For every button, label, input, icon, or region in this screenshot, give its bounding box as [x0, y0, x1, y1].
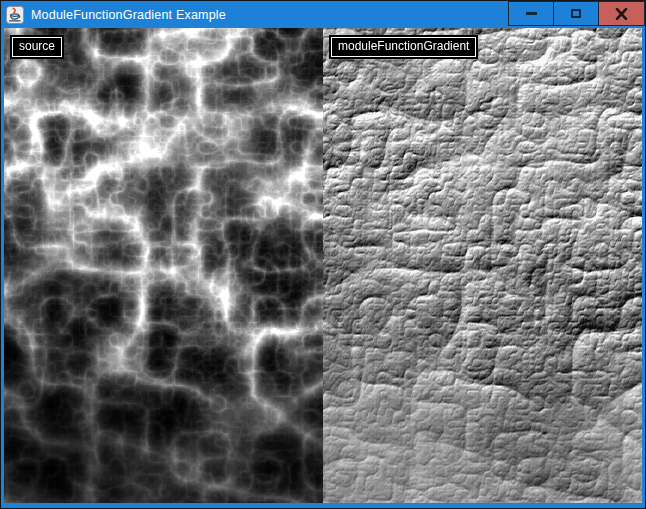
app-window: ModuleFunctionGradient Example source mo…	[0, 0, 646, 509]
window-title: ModuleFunctionGradient Example	[31, 8, 226, 22]
close-icon	[615, 8, 628, 20]
maximize-button[interactable]	[553, 1, 599, 26]
panel-source: source	[4, 28, 323, 503]
minimize-button[interactable]	[508, 1, 554, 26]
source-noise-image	[4, 28, 323, 503]
minimize-icon	[526, 12, 537, 15]
window-titlebar[interactable]: ModuleFunctionGradient Example	[1, 1, 645, 28]
java-coffee-cup-icon	[6, 6, 24, 24]
content-area: source moduleFunctionGradient	[4, 28, 642, 503]
window-controls	[509, 1, 645, 26]
panel-label-source: source	[12, 37, 62, 57]
maximize-icon	[571, 9, 581, 18]
close-button[interactable]	[598, 1, 645, 26]
gradient-noise-image	[323, 28, 642, 503]
panel-gradient: moduleFunctionGradient	[323, 28, 642, 503]
panel-label-gradient: moduleFunctionGradient	[331, 37, 476, 57]
